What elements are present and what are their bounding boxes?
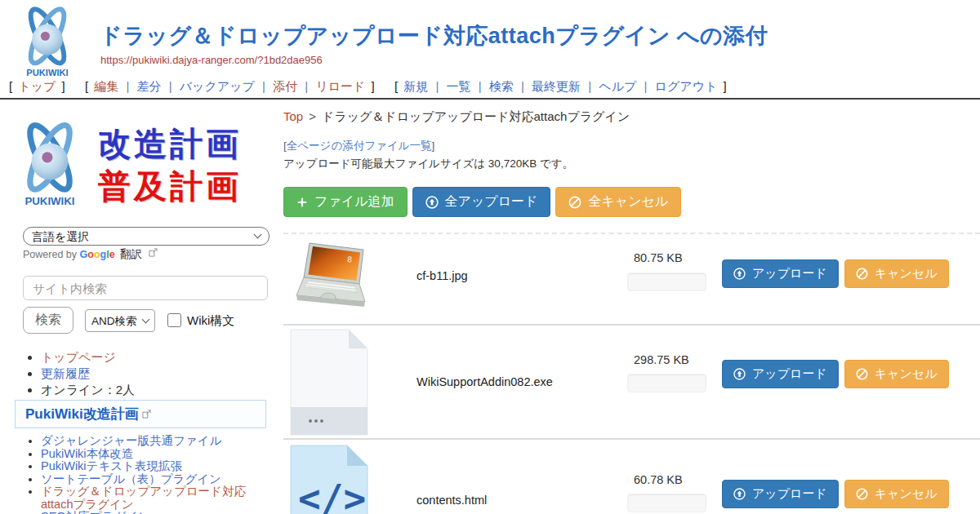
list-item: SEO対応プラグイン	[41, 511, 271, 514]
nav-item-attach[interactable]: 添付	[273, 79, 297, 93]
file-name: WikiSupportAddin082.exe	[416, 375, 553, 388]
nav-item-help[interactable]: ヘルプ	[599, 79, 636, 93]
wiki-syntax-checkbox[interactable]	[167, 313, 181, 327]
cancel-button[interactable]: キャンセル	[844, 259, 949, 288]
page-title: ドラッグ＆ドロップアップロード対応attachプラグイン への添付	[100, 21, 768, 51]
nav-separator: |	[435, 79, 439, 93]
sidebar-link-toppage[interactable]: トップページ	[41, 350, 116, 364]
dropzone-border	[283, 233, 980, 234]
file-actions: アップロード キャンセル	[722, 259, 949, 288]
sidebar-plugin-links: ダジャレンジャー版共通ファイル PukiWiki本体改造 PukiWikiテキス…	[26, 435, 271, 514]
sidebar-site-logo[interactable]: PUKIWIKI 改造計画 普及計画	[8, 111, 274, 219]
nav-bracket: [	[85, 79, 88, 93]
max-upload-size-text: アップロード可能最大ファイルサイズは 30,720KB です。	[283, 157, 573, 171]
all-attachments-link[interactable]: 全ページの添付ファイル一覧	[287, 140, 432, 152]
list-item: トップページ	[41, 349, 135, 366]
cancel-button[interactable]: キャンセル	[844, 480, 949, 508]
ban-icon	[568, 196, 581, 209]
file-row: WikiSupportAddin082.exe 298.75 KB アップロード…	[283, 326, 980, 438]
external-link-icon	[142, 410, 151, 419]
ban-icon	[856, 368, 868, 380]
site-search-input[interactable]	[23, 276, 268, 300]
nav-bracket: [	[9, 79, 12, 93]
html-code-file-icon: </>	[290, 445, 368, 514]
nav-item-top[interactable]: トップ	[18, 79, 56, 93]
logo-fukyu-text: 普及計画	[98, 165, 242, 207]
all-attachments-link-row: [全ページの添付ファイル一覧]	[283, 139, 434, 153]
file-actions: アップロード キャンセル	[722, 480, 949, 508]
list-item: ソートテーブル（表）プラグイン	[41, 473, 271, 486]
list-item: オンライン：2人	[41, 382, 135, 398]
cancel-all-button[interactable]: 全キャンセル	[555, 187, 681, 217]
sidebar-section-box: PukiWiki改造計画	[15, 400, 266, 428]
file-name: cf-b11.jpg	[416, 269, 468, 282]
search-mode-wrap: AND検索	[85, 309, 155, 332]
nav-item-list[interactable]: 一覧	[447, 79, 471, 93]
list-item: ダジャレンジャー版共通ファイル	[41, 435, 271, 448]
pukiwiki-atom-icon: PUKIWIKI	[8, 112, 91, 218]
list-item: PukiWiki本体改造	[41, 448, 271, 461]
list-item: ドラッグ＆ドロップアップロード対応attachプラグイン	[41, 485, 271, 511]
logo-brand-text: PUKIWIKI	[24, 195, 74, 207]
ban-icon	[856, 488, 868, 500]
nav-item-diff[interactable]: 差分	[137, 79, 162, 93]
nav-bracket: ]	[724, 79, 727, 93]
sidebar-link-dnd-attach[interactable]: ドラッグ＆ドロップアップロード対応attachプラグイン	[41, 485, 246, 511]
upload-progress-bar	[627, 273, 706, 291]
nav-bracket: ]	[372, 79, 375, 93]
file-actions: アップロード キャンセル	[722, 360, 949, 388]
upload-all-button[interactable]: 全アップロード	[412, 187, 551, 217]
language-select[interactable]: 言語を選択	[23, 227, 270, 246]
breadcrumb-current: ドラッグ＆ドロップアップロード対応attachプラグイン	[322, 109, 630, 123]
pukiwiki-logo-icon[interactable]: PUKIWIKI	[7, 3, 88, 82]
main-content: Top>ドラッグ＆ドロップアップロード対応attachプラグイン [全ページの添…	[283, 106, 980, 514]
search-mode-select[interactable]: AND検索	[85, 309, 155, 332]
header-divider	[0, 98, 980, 100]
cancel-button[interactable]: キャンセル	[844, 360, 949, 388]
top-navigation: [ トップ ] [ 編集 | 差分 | バックアップ | 添付 | リロード ]…	[7, 79, 741, 95]
nav-item-backup[interactable]: バックアップ	[180, 79, 255, 93]
nav-separator: |	[262, 79, 265, 93]
nav-separator: |	[644, 79, 648, 93]
online-count: オンライン：2人	[41, 383, 135, 397]
add-files-button[interactable]: ファイル追加	[283, 187, 408, 217]
upload-button[interactable]: アップロード	[722, 480, 839, 508]
upload-progress-bar	[627, 494, 706, 512]
nav-item-new[interactable]: 新規	[403, 79, 428, 93]
upload-toolbar: ファイル追加 全アップロード 全キャンセル	[283, 187, 681, 217]
external-link-icon	[149, 248, 158, 257]
nav-item-reload[interactable]: リロード	[315, 79, 365, 93]
sidebar-link-seo[interactable]: SEO対応プラグイン	[41, 510, 150, 514]
nav-item-logout[interactable]: ログアウト	[655, 79, 718, 93]
nav-item-search[interactable]: 検索	[489, 79, 514, 93]
circle-arrow-up-icon	[425, 196, 439, 209]
file-row: 8 cf-b11.jpg 80.75 KB アップロード キャンセル	[283, 235, 980, 324]
circle-arrow-up-icon	[733, 488, 746, 500]
nav-item-recent[interactable]: 最終更新	[532, 79, 581, 93]
breadcrumb: Top>ドラッグ＆ドロップアップロード対応attachプラグイン	[283, 109, 630, 125]
list-item: PukiWikiテキスト表現拡張	[41, 460, 271, 473]
upload-progress-bar	[627, 374, 706, 392]
translate-link[interactable]: 翻訳	[120, 248, 142, 260]
upload-button[interactable]: アップロード	[722, 259, 839, 288]
sidebar-link-sort-table[interactable]: ソートテーブル（表）プラグイン	[41, 472, 221, 485]
ban-icon	[856, 268, 868, 280]
wiki-syntax-label: Wiki構文	[187, 313, 234, 329]
breadcrumb-home-link[interactable]: Top	[283, 109, 303, 123]
sidebar-link-common-files[interactable]: ダジャレンジャー版共通ファイル	[41, 434, 221, 447]
circle-arrow-up-icon	[733, 368, 746, 380]
google-translate-credit: Powered by Google 翻訳	[23, 247, 158, 262]
search-button[interactable]: 検索	[23, 307, 74, 334]
nav-separator: |	[126, 79, 129, 93]
sidebar-link-core-mod[interactable]: PukiWiki本体改造	[41, 447, 134, 460]
upload-button[interactable]: アップロード	[722, 360, 839, 388]
sidebar-link-text-ext[interactable]: PukiWikiテキスト表現拡張	[41, 459, 182, 472]
nav-separator: |	[521, 79, 524, 93]
breadcrumb-separator: >	[309, 109, 316, 123]
nav-separator: |	[479, 79, 482, 93]
nav-item-edit[interactable]: 編集	[94, 79, 118, 93]
page-url[interactable]: https://pukiwiki.dajya-ranger.com/?1bd2d…	[100, 54, 323, 66]
circle-arrow-up-icon	[733, 268, 746, 280]
sidebar-link-history[interactable]: 更新履歴	[41, 366, 90, 380]
sidebar-section-title-link[interactable]: PukiWiki改造計画	[25, 405, 139, 423]
